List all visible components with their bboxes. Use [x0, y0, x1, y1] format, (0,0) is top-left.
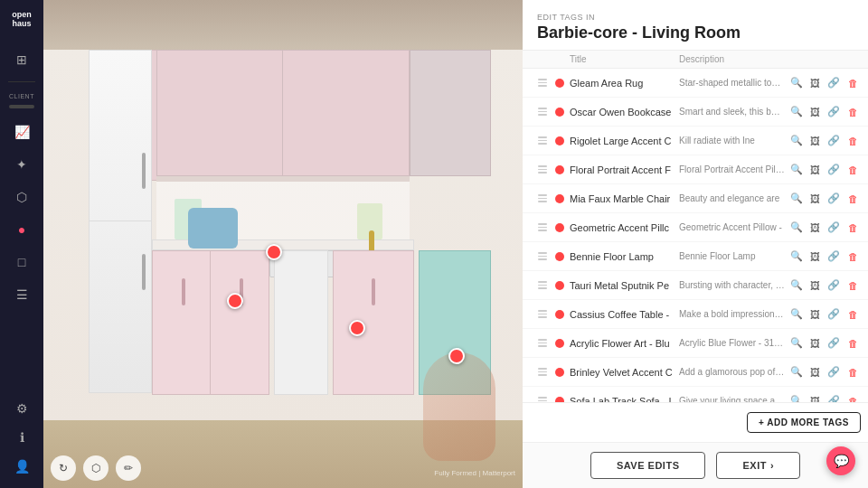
drag-handle-2[interactable] [530, 136, 555, 145]
tag-dot-1[interactable] [555, 108, 564, 117]
tag-delete-icon-10[interactable]: 🗑 [844, 363, 861, 381]
tag-link-icon-10[interactable]: 🔗 [826, 363, 843, 381]
sidebar-icon-list[interactable]: ☰ [7, 280, 36, 309]
sidebar-icon-analytics[interactable]: 📈 [7, 117, 36, 146]
drag-handle-8[interactable] [530, 310, 555, 318]
tag-link-icon-9[interactable]: 🔗 [826, 334, 843, 352]
sidebar-icon-home[interactable]: ⊞ [7, 45, 36, 74]
tag-link-icon-1[interactable]: 🔗 [826, 103, 843, 121]
sidebar-icon-record[interactable]: ● [7, 215, 36, 244]
tag-search-icon-8[interactable]: 🔍 [788, 305, 805, 324]
tag-image-icon-6[interactable]: 🖼 [807, 248, 824, 266]
tag-link-icon-2[interactable]: 🔗 [826, 132, 843, 150]
tag-search-icon-6[interactable]: 🔍 [788, 248, 805, 266]
sidebar-icon-star[interactable]: ✦ [7, 150, 36, 179]
tag-search-icon-2[interactable]: 🔍 [788, 132, 805, 150]
tag-dot-6[interactable] [555, 252, 564, 261]
save-button[interactable]: SAVE EDITS [590, 452, 706, 479]
drag-handle-1[interactable] [530, 108, 555, 116]
tag-delete-icon-8[interactable]: 🗑 [844, 305, 861, 324]
hotspot-4[interactable] [448, 348, 465, 364]
tag-dot-4[interactable] [555, 194, 564, 203]
tag-link-icon-7[interactable]: 🔗 [826, 277, 843, 295]
tag-link-icon-4[interactable]: 🔗 [826, 190, 843, 208]
table-row: Gleam Area Rug Star-shaped metallic tone… [523, 69, 868, 98]
drag-handle-6[interactable] [530, 252, 555, 260]
tag-link-icon-0[interactable]: 🔗 [826, 74, 843, 92]
chat-button[interactable]: 💬 [826, 446, 855, 475]
tag-delete-icon-6[interactable]: 🗑 [844, 248, 861, 266]
tag-image-icon-7[interactable]: 🖼 [807, 277, 824, 295]
tag-search-icon-4[interactable]: 🔍 [788, 190, 805, 208]
tag-link-icon-11[interactable]: 🔗 [826, 392, 843, 403]
tag-search-icon-9[interactable]: 🔍 [788, 334, 805, 352]
tag-dot-9[interactable] [555, 339, 564, 348]
tag-delete-icon-0[interactable]: 🗑 [844, 74, 861, 92]
tag-delete-icon-7[interactable]: 🗑 [844, 277, 861, 295]
tag-dot-5[interactable] [555, 223, 564, 232]
tag-search-icon-11[interactable]: 🔍 [788, 392, 805, 403]
tag-dot-10[interactable] [555, 368, 564, 377]
tag-link-icon-6[interactable]: 🔗 [826, 248, 843, 266]
tag-actions-11: 🔍 🖼 🔗 🗑 [788, 392, 861, 403]
tag-link-icon-5[interactable]: 🔗 [826, 219, 843, 237]
drag-handle-0[interactable] [530, 79, 555, 87]
tag-image-icon-0[interactable]: 🖼 [807, 74, 824, 92]
hotspot-2[interactable] [227, 293, 243, 309]
tag-dot-2[interactable] [555, 136, 564, 145]
scene-tool-rotate[interactable]: ↻ [51, 455, 76, 481]
drag-handle-7[interactable] [530, 281, 555, 289]
scene-toolbar: ↻ ⬡ ✏ [51, 455, 141, 481]
tag-link-icon-8[interactable]: 🔗 [826, 305, 843, 324]
tag-image-icon-3[interactable]: 🖼 [807, 161, 824, 179]
tag-dot-3[interactable] [555, 165, 564, 174]
tag-delete-icon-1[interactable]: 🗑 [844, 103, 861, 121]
drag-handle-10[interactable] [530, 368, 555, 376]
tag-image-icon-5[interactable]: 🖼 [807, 219, 824, 237]
tag-link-icon-3[interactable]: 🔗 [826, 161, 843, 179]
sidebar-icon-layers[interactable]: ⬡ [7, 183, 36, 211]
tag-image-icon-10[interactable]: 🖼 [807, 363, 824, 381]
tag-image-icon-9[interactable]: 🖼 [807, 334, 824, 352]
tag-image-icon-8[interactable]: 🖼 [807, 305, 824, 324]
tag-delete-icon-4[interactable]: 🗑 [844, 190, 861, 208]
sidebar-icon-user[interactable]: 👤 [7, 452, 36, 481]
panel-header: EDIT TAGS IN Barbie-core - Living Room [523, 0, 868, 51]
sidebar-icon-box[interactable]: □ [7, 248, 36, 277]
drag-handle-5[interactable] [530, 223, 555, 231]
tag-image-icon-4[interactable]: 🖼 [807, 190, 824, 208]
tag-dot-8[interactable] [555, 310, 564, 319]
tag-search-icon-5[interactable]: 🔍 [788, 219, 805, 237]
tag-delete-icon-9[interactable]: 🗑 [844, 334, 861, 352]
add-more-button[interactable]: + ADD MORE TAGS [747, 412, 861, 433]
tag-dot-7[interactable] [555, 281, 564, 290]
tag-delete-icon-2[interactable]: 🗑 [844, 132, 861, 150]
scene-tool-share[interactable]: ⬡ [83, 455, 108, 481]
tag-title-8: Cassius Coffee Table - [570, 309, 679, 320]
tag-search-icon-3[interactable]: 🔍 [788, 161, 805, 179]
sidebar-bottom: ⚙ ℹ 👤 [7, 394, 36, 481]
tag-image-icon-2[interactable]: 🖼 [807, 132, 824, 150]
tag-image-icon-11[interactable]: 🖼 [807, 392, 824, 403]
exit-button[interactable]: EXIT › [716, 452, 800, 479]
tag-delete-icon-5[interactable]: 🗑 [844, 219, 861, 237]
dishwasher [274, 250, 328, 395]
sidebar-icon-settings[interactable]: ⚙ [7, 394, 36, 423]
sidebar-icon-info[interactable]: ℹ [7, 423, 36, 452]
scene-area[interactable]: ↻ ⬡ ✏ Fully Formed | Matterport [43, 0, 523, 488]
drag-handle-4[interactable] [530, 194, 555, 202]
hotspot-3[interactable] [349, 320, 365, 336]
tag-search-icon-0[interactable]: 🔍 [788, 74, 805, 92]
tag-search-icon-10[interactable]: 🔍 [788, 363, 805, 381]
table-row: Tauri Metal Sputnik Pe Bursting with cha… [523, 271, 868, 300]
tag-dot-0[interactable] [555, 79, 564, 88]
tag-image-icon-1[interactable]: 🖼 [807, 103, 824, 121]
scene-tool-edit[interactable]: ✏ [116, 455, 141, 481]
hotspot-1[interactable] [266, 244, 282, 260]
tag-delete-icon-11[interactable]: 🗑 [844, 392, 861, 403]
drag-handle-3[interactable] [530, 165, 555, 174]
tag-search-icon-1[interactable]: 🔍 [788, 103, 805, 121]
tag-delete-icon-3[interactable]: 🗑 [844, 161, 861, 179]
drag-handle-9[interactable] [530, 339, 555, 347]
tag-search-icon-7[interactable]: 🔍 [788, 277, 805, 295]
